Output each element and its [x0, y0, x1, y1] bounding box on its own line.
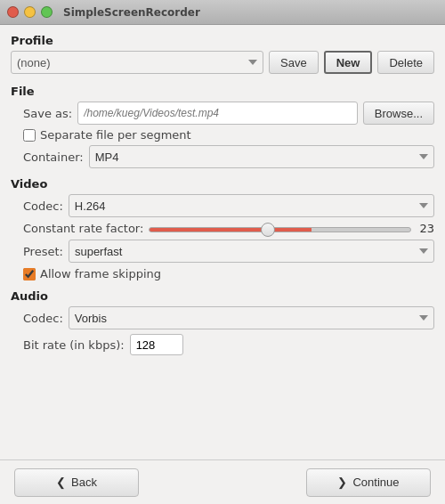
back-label: Back — [71, 476, 97, 489]
container-row: Container: MP4 — [23, 145, 434, 168]
frame-skip-label: Allow frame skipping — [40, 267, 161, 280]
back-chevron-icon: ❮ — [56, 476, 66, 489]
preset-row: Preset: superfast — [23, 240, 434, 263]
separate-file-row: Separate file per segment — [23, 128, 434, 142]
browse-button[interactable]: Browse... — [363, 102, 434, 125]
save-button[interactable]: Save — [269, 51, 319, 74]
bottom-bar: ❮ Back ❯ Continue — [0, 459, 445, 504]
save-as-label: Save as: — [23, 107, 72, 120]
bitrate-label: Bit rate (in kbps): — [23, 338, 125, 352]
profile-row: (none) Save New Delete — [11, 51, 434, 74]
main-content: Profile (none) Save New Delete File Save… — [0, 25, 445, 459]
container-label: Container: — [23, 150, 84, 164]
crf-label: Constant rate factor: — [23, 222, 143, 235]
crf-slider[interactable] — [149, 227, 411, 232]
new-button[interactable]: New — [324, 51, 373, 74]
preset-label: Preset: — [23, 245, 63, 258]
window-title: SimpleScreenRecorder — [63, 6, 200, 19]
continue-label: Continue — [352, 476, 399, 489]
save-as-input[interactable] — [77, 102, 358, 125]
crf-value: 23 — [417, 222, 434, 235]
separate-file-label: Separate file per segment — [40, 128, 191, 142]
bitrate-input[interactable] — [130, 334, 183, 355]
back-button[interactable]: ❮ Back — [14, 468, 139, 497]
continue-chevron-icon: ❯ — [337, 476, 347, 489]
separate-file-checkbox[interactable] — [23, 129, 36, 142]
video-section-title: Video — [11, 177, 434, 191]
continue-button[interactable]: ❯ Continue — [306, 468, 431, 497]
titlebar: SimpleScreenRecorder — [0, 0, 445, 25]
maximize-button[interactable] — [41, 6, 53, 18]
minimize-button[interactable] — [24, 6, 36, 18]
audio-codec-row: Codec: Vorbis — [23, 306, 434, 329]
preset-select[interactable]: superfast — [69, 240, 434, 263]
file-section-title: File — [11, 85, 434, 98]
crf-slider-wrapper — [149, 222, 411, 235]
audio-codec-label: Codec: — [23, 312, 63, 325]
close-button[interactable] — [7, 6, 19, 18]
audio-codec-select[interactable]: Vorbis — [69, 306, 434, 329]
delete-button[interactable]: Delete — [377, 51, 434, 74]
app-window: SimpleScreenRecorder Profile (none) Save… — [0, 0, 445, 504]
video-codec-row: Codec: H.264 — [23, 194, 434, 217]
frame-skip-checkbox[interactable] — [23, 268, 36, 280]
video-codec-select[interactable]: H.264 — [69, 194, 434, 217]
video-codec-label: Codec: — [23, 199, 63, 213]
save-as-row: Save as: Browse... — [23, 102, 434, 125]
crf-row: Constant rate factor: 23 — [23, 222, 434, 235]
bitrate-row: Bit rate (in kbps): — [23, 334, 434, 355]
container-select[interactable]: MP4 — [89, 145, 434, 168]
audio-section-title: Audio — [11, 289, 434, 303]
profile-select[interactable]: (none) — [11, 51, 263, 74]
frame-skip-row: Allow frame skipping — [23, 267, 434, 280]
profile-section-title: Profile — [11, 34, 434, 47]
